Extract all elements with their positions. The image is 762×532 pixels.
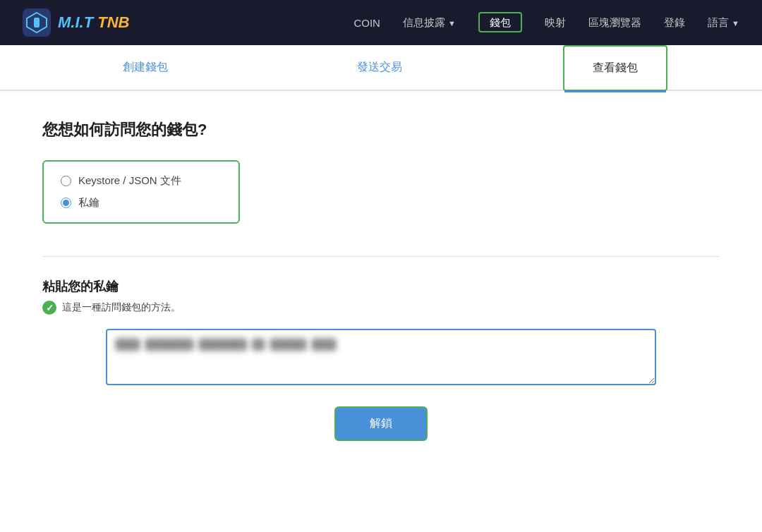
nav-explorer[interactable]: 區塊瀏覽器 xyxy=(588,16,641,30)
main-content: 您想如何訪問您的錢包? Keystore / JSON 文件 私鑰 粘貼您的私鑰… xyxy=(0,91,762,469)
keystore-label: Keystore / JSON 文件 xyxy=(78,174,181,188)
section-divider xyxy=(42,256,720,257)
nav-links: COIN 信息披露 ▼ 錢包 映射 區塊瀏覽器 登錄 語言 ▼ xyxy=(353,16,739,30)
nav-coin[interactable]: COIN xyxy=(353,17,380,29)
tab-send[interactable]: 發送交易 xyxy=(329,45,430,90)
access-question: 您想如何訪問您的錢包? xyxy=(42,119,720,140)
nav-lang[interactable]: 語言 ▼ xyxy=(708,16,739,30)
private-key-input[interactable]: ████ ████████ ████████ ██ ██████ ████ xyxy=(106,329,656,385)
info-dropdown-icon: ▼ xyxy=(448,19,456,28)
info-check-icon: ✓ xyxy=(42,301,56,315)
tab-view[interactable]: 查看錢包 xyxy=(563,45,667,91)
nav-info[interactable]: 信息披露 ▼ xyxy=(403,16,456,30)
brand-logo-icon xyxy=(23,8,51,37)
info-text: 這是一種訪問錢包的方法。 xyxy=(62,301,181,314)
tabs-bar: 創建錢包 發送交易 查看錢包 xyxy=(0,45,762,91)
private-key-heading: 粘貼您的私鑰 xyxy=(42,278,720,295)
private-key-option[interactable]: 私鑰 xyxy=(61,196,222,210)
unlock-btn-wrapper: 解鎖 xyxy=(42,406,720,441)
brand: M.I.T TNB xyxy=(23,8,129,37)
svg-rect-2 xyxy=(34,18,40,28)
keystore-option[interactable]: Keystore / JSON 文件 xyxy=(61,174,222,188)
unlock-button[interactable]: 解鎖 xyxy=(334,406,428,441)
keystore-radio[interactable] xyxy=(61,176,71,186)
brand-name: M.I.T TNB xyxy=(58,13,129,32)
info-line: ✓ 這是一種訪問錢包的方法。 xyxy=(42,301,720,315)
lang-dropdown-icon: ▼ xyxy=(732,19,739,28)
nav-mapping[interactable]: 映射 xyxy=(545,16,566,30)
access-method-box: Keystore / JSON 文件 私鑰 xyxy=(42,160,240,224)
nav-login[interactable]: 登錄 xyxy=(664,16,685,30)
tab-create[interactable]: 創建錢包 xyxy=(95,45,196,90)
nav-wallet[interactable]: 錢包 xyxy=(478,16,522,30)
private-key-label: 私鑰 xyxy=(78,196,99,210)
private-key-radio[interactable] xyxy=(61,198,71,208)
navbar: M.I.T TNB COIN 信息披露 ▼ 錢包 映射 區塊瀏覽器 登錄 語言 … xyxy=(0,0,762,45)
